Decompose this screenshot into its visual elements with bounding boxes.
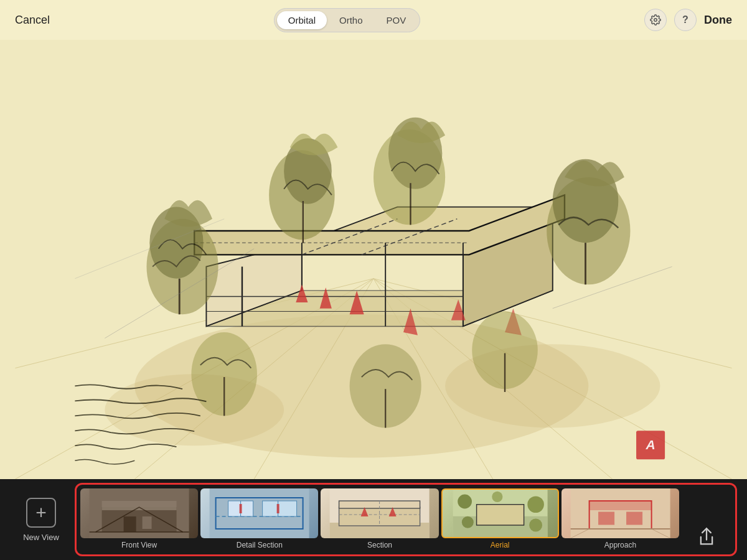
svg-point-67 <box>492 492 502 502</box>
bottombar: + New View Front View <box>0 479 747 560</box>
settings-button[interactable] <box>644 9 667 31</box>
svg-rect-53 <box>277 504 280 513</box>
new-view-label: New View <box>23 533 59 542</box>
share-icon <box>694 525 719 549</box>
view-mode-toggle: Orbital Ortho POV <box>274 8 420 32</box>
svg-point-66 <box>529 519 542 532</box>
front-view-label: Front View <box>121 541 157 551</box>
canvas-area[interactable]: A <box>0 40 747 479</box>
sketch-canvas: A <box>0 40 747 479</box>
done-button[interactable]: Done <box>704 14 732 27</box>
approach-thumb[interactable]: Approach <box>561 488 679 551</box>
orbital-mode-button[interactable]: Orbital <box>277 11 327 29</box>
svg-rect-49 <box>263 501 297 516</box>
new-view-icon: + <box>26 498 56 528</box>
pov-mode-button[interactable]: POV <box>375 11 418 29</box>
front-view-thumb[interactable]: Front View <box>80 488 198 551</box>
section-image <box>321 488 438 538</box>
svg-rect-70 <box>589 501 651 510</box>
new-view-button[interactable]: + New View <box>10 485 72 554</box>
front-view-image <box>80 488 198 538</box>
svg-point-65 <box>461 516 473 528</box>
section-label: Section <box>367 541 392 551</box>
svg-rect-72 <box>626 512 642 525</box>
svg-point-0 <box>654 19 657 22</box>
section-thumb[interactable]: Section <box>321 488 438 551</box>
svg-rect-71 <box>598 512 614 525</box>
svg-point-64 <box>527 496 544 513</box>
svg-rect-41 <box>102 501 177 510</box>
aerial-label: Aerial <box>491 541 510 551</box>
approach-label: Approach <box>604 541 636 551</box>
topbar: Cancel Orbital Ortho POV ? Done <box>0 0 747 40</box>
detail-section-thumb[interactable]: Detail Section <box>200 488 318 551</box>
ortho-mode-button[interactable]: Ortho <box>328 11 374 29</box>
aerial-image <box>441 488 559 538</box>
views-container: Front View Detail Section <box>75 483 737 556</box>
share-button[interactable] <box>682 488 731 551</box>
svg-rect-43 <box>124 516 136 532</box>
approach-image <box>561 488 679 538</box>
help-button[interactable]: ? <box>674 9 697 31</box>
svg-text:A: A <box>645 437 655 452</box>
svg-rect-52 <box>240 504 242 513</box>
topbar-right: ? Done <box>644 9 732 31</box>
question-icon: ? <box>682 14 688 26</box>
detail-section-label: Detail Section <box>237 541 283 551</box>
svg-rect-62 <box>476 505 524 525</box>
svg-point-63 <box>458 495 472 509</box>
svg-rect-44 <box>143 516 152 529</box>
cancel-button[interactable]: Cancel <box>15 14 50 27</box>
gear-icon <box>650 14 661 26</box>
detail-section-image <box>200 488 318 538</box>
aerial-thumb[interactable]: Aerial <box>441 488 559 551</box>
svg-rect-40 <box>102 507 177 532</box>
plus-icon: + <box>35 503 47 522</box>
